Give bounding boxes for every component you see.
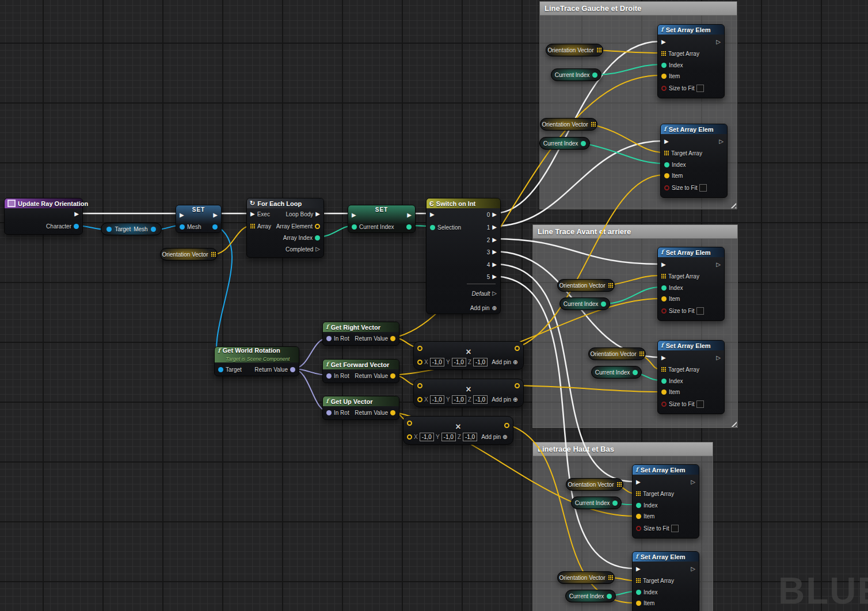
add-pin-icon[interactable]: ⊕ bbox=[513, 396, 517, 403]
node-set-array-elem-1[interactable]: f Set Array Elem ▶ ▷ Target Array Index … bbox=[657, 24, 725, 98]
target-pin[interactable] bbox=[218, 367, 223, 372]
var-current-index[interactable]: Current Index bbox=[539, 137, 590, 150]
node-set-array-elem-6[interactable]: f Set Array Elem ▶ ▷ Target Array Index … bbox=[632, 551, 699, 611]
completed-pin[interactable]: ▷ bbox=[315, 246, 320, 252]
b-pin[interactable] bbox=[417, 397, 422, 402]
array-out-pin[interactable] bbox=[591, 122, 596, 127]
index-pin[interactable] bbox=[661, 379, 667, 384]
add-pin-icon[interactable]: ⊕ bbox=[502, 434, 507, 440]
comment-title[interactable]: Linetrace Haut et Bas bbox=[533, 442, 713, 456]
target-array-pin[interactable] bbox=[636, 578, 641, 583]
default-pin[interactable]: ▷ bbox=[492, 291, 497, 296]
node-set-current-index[interactable]: SET ▶ ▶ Current Index bbox=[348, 205, 416, 233]
case-5-pin[interactable]: ▶ bbox=[492, 274, 497, 280]
target-array-pin[interactable] bbox=[661, 274, 666, 278]
node-set-array-elem-2[interactable]: f Set Array Elem ▶ ▷ Target Array Index … bbox=[660, 124, 728, 198]
add-pin-icon[interactable]: ⊕ bbox=[513, 359, 517, 365]
mesh-out-pin[interactable] bbox=[212, 224, 218, 230]
add-pin-icon[interactable]: ⊕ bbox=[492, 305, 497, 311]
index-pin[interactable] bbox=[636, 503, 641, 508]
item-pin[interactable] bbox=[661, 74, 667, 79]
target-array-pin[interactable] bbox=[661, 367, 666, 372]
case-1-pin[interactable]: ▶ bbox=[492, 224, 497, 230]
target-array-pin[interactable] bbox=[664, 151, 669, 155]
array-out-pin[interactable] bbox=[608, 283, 613, 288]
exec-out-pin[interactable]: ▷ bbox=[691, 566, 695, 572]
result-pin[interactable] bbox=[515, 383, 520, 388]
var-current-index[interactable]: Current Index bbox=[559, 297, 610, 310]
exec-in-pin[interactable]: ▶ bbox=[664, 139, 669, 144]
var-current-index[interactable]: Current Index bbox=[571, 497, 622, 509]
x-value-input[interactable]: -1,0 bbox=[420, 433, 434, 441]
blueprint-graph-canvas[interactable]: BLUEPRINT LineTrace Gauche et Droite Lin… bbox=[0, 0, 868, 611]
var-orientation-vector[interactable]: Orientation Vector bbox=[546, 44, 603, 56]
return-value-pin[interactable] bbox=[390, 336, 395, 341]
in-rot-pin[interactable] bbox=[326, 336, 332, 341]
target-pin[interactable] bbox=[106, 227, 112, 232]
exec-in-pin[interactable]: ▶ bbox=[661, 262, 666, 268]
var-orientation-vector[interactable]: Orientation Vector bbox=[160, 248, 218, 261]
item-pin[interactable] bbox=[661, 296, 667, 301]
var-current-index[interactable]: Current Index bbox=[591, 366, 642, 379]
exec-in-pin[interactable]: ▶ bbox=[352, 212, 356, 218]
var-current-index[interactable]: Current Index bbox=[565, 590, 616, 602]
mesh-in-pin[interactable] bbox=[180, 224, 185, 230]
size-to-fit-pin[interactable] bbox=[661, 308, 667, 314]
exec-in-pin[interactable]: ▶ bbox=[430, 212, 435, 217]
a-pin[interactable] bbox=[407, 421, 412, 426]
exec-out-pin[interactable]: ▷ bbox=[716, 39, 721, 45]
node-get-up-vector[interactable]: f Get Up Vector In Rot Return Value bbox=[322, 396, 399, 420]
in-rot-pin[interactable] bbox=[326, 373, 332, 379]
index-pin[interactable] bbox=[664, 162, 669, 167]
size-to-fit-checkbox[interactable] bbox=[696, 85, 704, 92]
y-value-input[interactable]: -1,0 bbox=[452, 358, 466, 366]
x-value-input[interactable]: -1,0 bbox=[430, 395, 444, 404]
array-out-pin[interactable] bbox=[608, 575, 613, 580]
case-3-pin[interactable]: ▶ bbox=[492, 249, 497, 255]
exec-out-pin[interactable]: ▷ bbox=[716, 262, 721, 268]
z-value-input[interactable]: -1,0 bbox=[463, 433, 477, 441]
loop-body-pin[interactable]: ▶ bbox=[315, 211, 320, 217]
exec-in-pin[interactable]: ▶ bbox=[661, 355, 666, 361]
character-pin[interactable] bbox=[74, 224, 79, 229]
node-multiply-2[interactable]: × X -1,0 Y -1,0 Z -1,0 Add pin ⊕ bbox=[413, 379, 524, 407]
selection-pin[interactable] bbox=[430, 225, 435, 230]
index-pin[interactable] bbox=[661, 285, 667, 291]
node-get-world-rotation[interactable]: f Get World Rotation Target is Scene Com… bbox=[214, 346, 299, 376]
index-pin[interactable] bbox=[661, 63, 667, 68]
int-out-pin[interactable] bbox=[601, 301, 606, 307]
node-get-forward-vector[interactable]: f Get Forward Vector In Rot Return Value bbox=[322, 359, 399, 383]
node-get-mesh[interactable]: Target Mesh bbox=[101, 223, 162, 235]
var-orientation-vector[interactable]: Orientation Vector bbox=[566, 478, 623, 491]
size-to-fit-pin[interactable] bbox=[661, 402, 667, 407]
z-value-input[interactable]: -1,0 bbox=[473, 358, 488, 366]
return-value-pin[interactable] bbox=[390, 410, 395, 415]
mesh-pin[interactable] bbox=[151, 227, 156, 232]
size-to-fit-checkbox[interactable] bbox=[699, 184, 707, 192]
var-orientation-vector[interactable]: Orientation Vector bbox=[557, 279, 615, 292]
array-out-pin[interactable] bbox=[597, 48, 601, 52]
exec-out-pin[interactable]: ▶ bbox=[74, 211, 79, 217]
array-index-pin[interactable] bbox=[315, 235, 320, 240]
node-multiply-1[interactable]: × X -1,0 Y -1,0 Z -1,0 Add pin ⊕ bbox=[413, 341, 524, 370]
b-pin[interactable] bbox=[417, 360, 422, 365]
size-to-fit-pin[interactable] bbox=[661, 86, 667, 91]
result-pin[interactable] bbox=[504, 423, 509, 428]
exec-in-pin[interactable]: ▶ bbox=[250, 211, 255, 217]
exec-out-pin[interactable]: ▶ bbox=[213, 212, 218, 218]
exec-in-pin[interactable]: ▶ bbox=[661, 39, 666, 45]
int-out-pin[interactable] bbox=[612, 501, 618, 506]
array-in-pin[interactable] bbox=[250, 224, 255, 228]
x-value-input[interactable]: -1,0 bbox=[430, 358, 444, 366]
var-orientation-vector[interactable]: Orientation Vector bbox=[557, 571, 615, 584]
comment-resize-handle[interactable] bbox=[729, 201, 736, 208]
exec-in-pin[interactable]: ▶ bbox=[636, 566, 641, 572]
array-out-pin[interactable] bbox=[211, 252, 216, 257]
in-rot-pin[interactable] bbox=[326, 410, 332, 415]
item-pin[interactable] bbox=[636, 514, 641, 519]
int-out-pin[interactable] bbox=[581, 141, 586, 146]
size-to-fit-checkbox[interactable] bbox=[696, 400, 704, 408]
var-orientation-vector[interactable]: Orientation Vector bbox=[540, 118, 597, 131]
a-pin[interactable] bbox=[417, 346, 422, 351]
array-out-pin[interactable] bbox=[639, 352, 644, 356]
